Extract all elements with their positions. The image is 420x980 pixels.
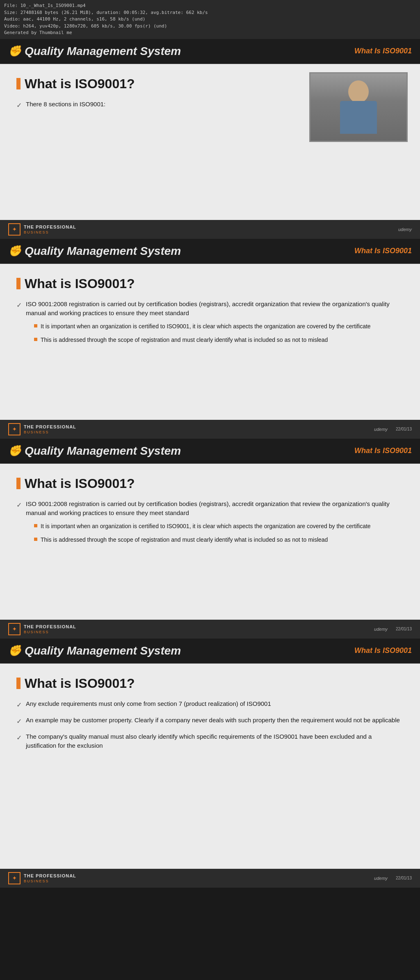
slide-1-header-title: ✊ Quality Management System (8, 45, 181, 58)
fist-icon-4: ✊ (8, 644, 21, 657)
logo-icon-1: ✦ (8, 223, 21, 236)
list-item: ✓ Any exclude requirements must only com… (16, 699, 404, 710)
slide-2: ✊ Quality Management System What Is ISO9… (0, 239, 420, 439)
orange-square-small (34, 338, 37, 341)
slide-2-sub-bullet-list: It is important when an organization is … (34, 322, 404, 344)
slide-3-header: ✊ Quality Management System What Is ISO9… (0, 439, 420, 464)
slide-2-header-title: ✊ Quality Management System (8, 245, 181, 258)
list-item: ✓ An example may be customer property. C… (16, 716, 404, 726)
udemy-watermark-2: udemy (374, 427, 388, 432)
logo-subtext-2: BUSINESS (24, 430, 76, 434)
slide-4-header: ✊ Quality Management System What Is ISO9… (0, 639, 420, 664)
list-item: ✓ ISO 9001:2008 registration is carried … (16, 300, 404, 349)
person-body (340, 101, 377, 134)
list-item: It is important when an organization is … (34, 522, 404, 531)
slide-4-header-title: ✊ Quality Management System (8, 644, 181, 657)
slide-1-header-subtitle: What Is ISO9001 (354, 47, 412, 55)
checkmark-icon: ✓ (16, 500, 22, 510)
slide-2-bullet-list: ✓ ISO 9001:2008 registration is carried … (16, 300, 404, 349)
logo-text-container-2: THE PROFESSIONAL BUSINESS (24, 424, 76, 434)
logo-text-4: THE PROFESSIONAL (24, 873, 76, 879)
fist-icon-3: ✊ (8, 444, 21, 457)
list-item: ✓ ISO 9001:2008 registration is carried … (16, 499, 404, 549)
slide-2-header-subtitle: What Is ISO9001 (354, 247, 412, 255)
list-item: This is addressed through the scope of r… (34, 336, 404, 344)
timestamp-3: 22/01/13 (396, 627, 412, 631)
slide-3-sub-bullet-list: It is important when an organization is … (34, 522, 404, 544)
file-info-bar: File: 10_-_What_Is_ISO9001.mp4 Size: 274… (0, 0, 420, 39)
logo-subtext-1: BUSINESS (24, 230, 76, 234)
timestamp-4: 22/01/13 (396, 876, 412, 880)
slide-3-header-title: ✊ Quality Management System (8, 444, 181, 458)
slide-3-logo: ✦ THE PROFESSIONAL BUSINESS (8, 623, 76, 635)
slide-3-section-title: What is ISO9001? (25, 476, 135, 491)
slide-4-footer: ✦ THE PROFESSIONAL BUSINESS udemy 22/01/… (0, 869, 420, 888)
slide-2-section-title: What is ISO9001? (25, 276, 135, 291)
slide-4-bullet-list: ✓ Any exclude requirements must only com… (16, 699, 404, 751)
slide-2-footer: ✦ THE PROFESSIONAL BUSINESS udemy 22/01/… (0, 420, 420, 439)
person-container (310, 73, 406, 141)
list-item: It is important when an organization is … (34, 322, 404, 331)
video-thumbnail (309, 72, 408, 142)
list-item: This is addressed through the scope of r… (34, 536, 404, 544)
slide-3-section-heading: What is ISO9001? (16, 476, 404, 491)
slide-3: ✊ Quality Management System What Is ISO9… (0, 439, 420, 639)
slide-3-bullet-list: ✓ ISO 9001:2008 registration is carried … (16, 499, 404, 549)
slide-1-section-title: What is ISO9001? (25, 76, 135, 92)
file-info-line1: File: 10_-_What_Is_ISO9001.mp4 (4, 2, 416, 9)
person-head (348, 80, 369, 103)
logo-icon-4: ✦ (8, 872, 21, 884)
checkmark-icon: ✓ (16, 300, 22, 310)
orange-square-small (34, 538, 37, 541)
logo-text-container-3: THE PROFESSIONAL BUSINESS (24, 624, 76, 634)
checkmark-icon: ✓ (16, 700, 22, 710)
checkmark-icon: ✓ (16, 717, 22, 726)
timestamp-2: 22/01/13 (396, 427, 412, 431)
slide-1-content: What is ISO9001? ✓ There 8 sections in I… (0, 64, 420, 220)
slide-3-content: What is ISO9001? ✓ ISO 9001:2008 registr… (0, 464, 420, 620)
list-item: ✓ The company's quality manual must also… (16, 732, 404, 751)
file-info-line3: Audio: aac, 44100 Hz, 2 channels, s16, 5… (4, 16, 416, 23)
slide-4-logo: ✦ THE PROFESSIONAL BUSINESS (8, 872, 76, 884)
slide-3-header-subtitle: What Is ISO9001 (354, 446, 412, 455)
logo-text-container: THE PROFESSIONAL BUSINESS (24, 224, 76, 234)
slide-2-header: ✊ Quality Management System What Is ISO9… (0, 239, 420, 264)
orange-square-small (34, 324, 37, 327)
logo-text-container-4: THE PROFESSIONAL BUSINESS (24, 873, 76, 883)
logo-text-3: THE PROFESSIONAL (24, 624, 76, 630)
checkmark-icon: ✓ (16, 101, 22, 110)
logo-icon-2: ✦ (8, 423, 21, 435)
udemy-watermark-4: udemy (374, 876, 388, 881)
slide-1: ✊ Quality Management System What Is ISO9… (0, 39, 420, 239)
udemy-watermark-3: udemy (374, 627, 388, 632)
orange-square-small (34, 524, 37, 527)
orange-square-1 (16, 78, 21, 89)
logo-icon-3: ✦ (8, 623, 21, 635)
fist-icon-2: ✊ (8, 245, 21, 257)
fist-icon-1: ✊ (8, 45, 21, 57)
file-info-line5: Generated by Thumbnail me (4, 30, 416, 37)
slide-1-header: ✊ Quality Management System What Is ISO9… (0, 39, 420, 64)
slide-4-section-title: What is ISO9001? (25, 676, 135, 691)
orange-square-2 (16, 278, 21, 289)
slide-4-header-subtitle: What Is ISO9001 (354, 646, 412, 655)
file-info-line4: Video: h264, yuv420p, 1280x720, 605 kb/s… (4, 23, 416, 30)
logo-text-2: THE PROFESSIONAL (24, 424, 76, 430)
slide-1-footer: ✦ THE PROFESSIONAL BUSINESS udemy (0, 220, 420, 239)
slide-2-content: What is ISO9001? ✓ ISO 9001:2008 registr… (0, 264, 420, 420)
slide-2-section-heading: What is ISO9001? (16, 276, 404, 291)
checkmark-icon: ✓ (16, 733, 22, 743)
udemy-watermark-1: udemy (398, 227, 412, 232)
orange-square-4 (16, 678, 21, 689)
slide-4-section-heading: What is ISO9001? (16, 676, 404, 691)
slide-4-content: What is ISO9001? ✓ Any exclude requireme… (0, 664, 420, 869)
slide-1-logo: ✦ THE PROFESSIONAL BUSINESS (8, 223, 76, 236)
slide-2-logo: ✦ THE PROFESSIONAL BUSINESS (8, 423, 76, 435)
logo-subtext-4: BUSINESS (24, 879, 76, 883)
person-figure (340, 80, 377, 134)
logo-text-1: THE PROFESSIONAL (24, 224, 76, 230)
slide-4: ✊ Quality Management System What Is ISO9… (0, 639, 420, 888)
slide-3-footer: ✦ THE PROFESSIONAL BUSINESS udemy 22/01/… (0, 620, 420, 639)
file-info-line2: Size: 27488168 bytes (26.21 MiB), durati… (4, 9, 416, 16)
logo-subtext-3: BUSINESS (24, 630, 76, 634)
